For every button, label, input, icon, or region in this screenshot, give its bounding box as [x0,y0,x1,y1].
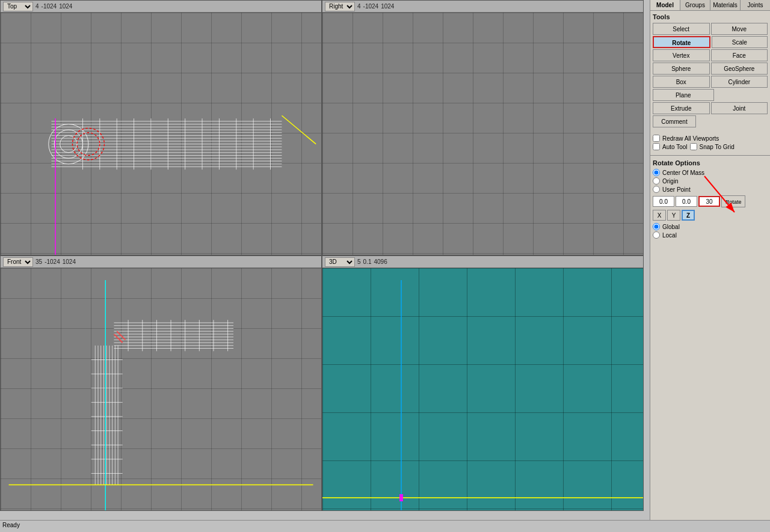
user-point-row: User Point [653,186,768,193]
viewport-right-toolbar: RightTopFront3D 4 -1024 1024 [322,1,643,13]
viewport-front-zoom: 35 [35,258,42,265]
box-button[interactable]: Box [653,76,710,88]
autotool-checkbox[interactable] [653,143,660,150]
viewports-area: TopFrontRight3D 4 -1024 1024 [0,0,650,511]
viewport-right-content [322,13,643,255]
center-of-mass-label: Center Of Mass [662,170,704,176]
extrude-joint-row: Extrude Joint [653,102,768,114]
origin-label: Origin [662,178,679,185]
viewport-front-mode[interactable]: FrontTopRight3D [3,257,33,267]
axis-buttons-row: X Y Z [653,210,768,221]
origin-radio[interactable] [653,177,660,185]
y-axis-button[interactable]: Y [667,210,680,221]
svg-line-34 [282,115,316,144]
select-move-row: Select Move [653,23,768,35]
extrude-button[interactable]: Extrude [653,102,710,114]
viewport-top-range2: 1024 [59,3,72,10]
checkboxes-section: Redraw All Viewports Auto Tool Snap To G… [650,131,770,154]
viewport-top[interactable]: TopFrontRight3D 4 -1024 1024 [0,0,322,255]
vertex-face-row: Vertex Face [653,49,768,61]
viewport-top-content [1,13,321,255]
viewport-front-content [1,268,321,510]
center-of-mass-radio[interactable] [653,169,660,176]
plane-row: Plane [653,89,768,101]
bottom-bar: Ready [0,520,770,529]
sphere-geosphere-row: Sphere GeoSphere [653,63,768,75]
viewport-right-wireframe [322,25,643,255]
viewport-3d-range2: 4096 [374,258,387,265]
z-input[interactable] [698,196,720,207]
viewport-top-range1: -1024 [42,3,57,10]
comment-row: Comment [653,115,768,127]
snaptogrid-checkbox[interactable] [690,143,697,150]
tab-materials[interactable]: Materials [710,0,741,10]
viewport-right-range1: -1024 [363,3,379,10]
status-text: Ready [2,522,20,528]
viewport-3d[interactable]: 3DTopFrontRight 5 0.1 4096 [322,255,644,511]
comment-button[interactable]: Comment [653,115,696,127]
viewport-top-toolbar: TopFrontRight3D 4 -1024 1024 [1,1,321,13]
snaptogrid-label: Snap To Grid [700,144,735,150]
viewport-3d-content: Maman Gateau pour Urbania-Sims [322,268,643,510]
center-of-mass-row: Center Of Mass [653,169,768,176]
local-radio[interactable] [653,231,660,239]
redraw-label: Redraw All Viewports [662,135,719,142]
redraw-row: Redraw All Viewports [653,135,768,142]
tab-groups[interactable]: Groups [680,0,710,10]
viewport-top-zoom: 4 [35,3,39,10]
viewport-3d-mode[interactable]: 3DTopFrontRight [325,257,355,267]
joint-button[interactable]: Joint [711,102,768,114]
viewport-front-toolbar: FrontTopRight3D 35 -1024 1024 [1,256,321,268]
viewport-right[interactable]: RightTopFront3D 4 -1024 1024 [322,0,644,255]
cylinder-button[interactable]: Cylinder [711,76,768,88]
x-input[interactable] [653,196,674,207]
global-row: Global [653,223,768,230]
viewport-right-mode[interactable]: RightTopFront3D [325,2,355,11]
global-radio[interactable] [653,223,660,230]
y-input[interactable] [676,196,697,207]
viewport-front-wireframe [1,280,321,510]
origin-row: Origin [653,177,768,185]
plane-button[interactable]: Plane [653,89,714,101]
tools-section: Tools Select Move Rotate Scale Vertex Fa… [650,11,770,131]
global-label: Global [662,224,680,230]
viewport-front[interactable]: FrontTopRight3D 35 -1024 1024 [0,255,322,511]
rotate-scale-row: Rotate Scale [653,36,768,48]
select-button[interactable]: Select [653,23,710,35]
local-row: Local [653,231,768,239]
tools-title: Tools [653,13,768,20]
viewport-3d-range1: 0.1 [363,258,372,265]
rotate-options-section: Rotate Options Center Of Mass Origin Use… [650,157,770,242]
redraw-checkbox[interactable] [653,135,660,142]
viewport-right-zoom: 4 [357,3,361,10]
main-layout: TopFrontRight3D 4 -1024 1024 [0,0,770,520]
face-button[interactable]: Face [711,49,768,61]
autotool-snap-row: Auto Tool Snap To Grid [653,143,768,150]
viewport-front-range2: 1024 [63,258,76,265]
viewport-top-wireframe [1,25,321,255]
autotool-label: Auto Tool [662,144,688,150]
viewport-3d-model: Maman Gateau pour Urbania-Sims [322,280,643,510]
tab-model[interactable]: Model [650,0,680,10]
vertex-button[interactable]: Vertex [653,49,710,61]
yellow-line-3d [322,497,643,498]
rotate-apply-button[interactable]: Rotate [721,195,745,207]
scale-button[interactable]: Scale [712,36,768,48]
viewport-top-mode[interactable]: TopFrontRight3D [3,2,33,11]
divider [650,155,770,156]
local-label: Local [662,232,677,239]
tab-joints[interactable]: Joints [741,0,770,10]
sphere-button[interactable]: Sphere [653,63,710,75]
cyan-line-3d [401,280,402,510]
geosphere-button[interactable]: GeoSphere [711,63,768,75]
right-panel: Model Groups Materials Joints Tools Sele… [650,0,770,520]
z-axis-button[interactable]: Z [682,210,695,221]
user-point-radio[interactable] [653,186,660,193]
rotate-inputs-row: Rotate [653,195,768,207]
move-button[interactable]: Move [711,23,768,35]
user-point-label: User Point [662,186,691,193]
viewport-front-range1: -1024 [45,258,60,265]
viewport-3d-toolbar: 3DTopFrontRight 5 0.1 4096 [322,256,643,268]
rotate-button[interactable]: Rotate [653,36,710,48]
x-axis-button[interactable]: X [653,210,666,221]
